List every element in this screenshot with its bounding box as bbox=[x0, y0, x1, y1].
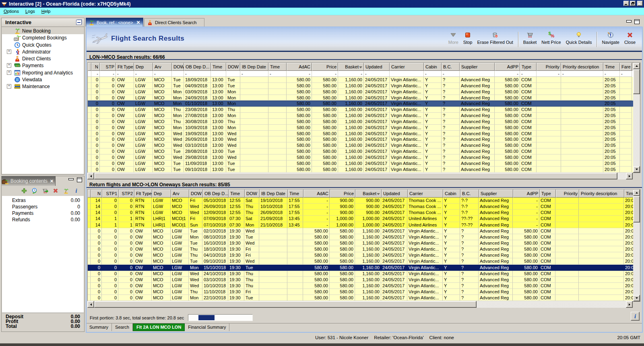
vertical-scroll-thumb[interactable] bbox=[633, 196, 640, 222]
table-row[interactable]: 000OWMCOLGWWed10/10/201819:30Thu580.0058… bbox=[88, 283, 633, 289]
filter-cell[interactable]: - bbox=[268, 71, 287, 77]
scroll-down-icon[interactable] bbox=[633, 166, 640, 173]
scroll-right-icon[interactable] bbox=[626, 173, 633, 179]
filter-cell[interactable]: - bbox=[561, 71, 603, 77]
column-header-basket[interactable]: Basket bbox=[355, 189, 382, 198]
column-header-price[interactable]: Price bbox=[312, 63, 338, 71]
filter-cell[interactable]: - bbox=[520, 71, 537, 77]
more-button[interactable]: More bbox=[446, 31, 461, 45]
tab-close-icon[interactable]: ✕ bbox=[136, 20, 140, 25]
horizontal-scroll-thumb[interactable] bbox=[94, 301, 477, 308]
column-header-stp[interactable]: STP bbox=[100, 63, 116, 71]
filter-cell[interactable]: - bbox=[184, 71, 211, 77]
column-header-b-c[interactable]: B.C. bbox=[442, 63, 460, 71]
table-row[interactable]: 1400RTNLGWMCOFri05/10/201812:55Sat19/10/… bbox=[88, 198, 633, 204]
filter-cell[interactable]: - bbox=[240, 71, 268, 77]
booking-contents-tab[interactable]: Booking contents ✕ bbox=[2, 176, 56, 186]
minimize-button[interactable] bbox=[623, 1, 629, 6]
column-header-price[interactable]: Price bbox=[330, 189, 355, 198]
filter-cell[interactable] bbox=[211, 71, 226, 77]
table-row[interactable]: 000OWMCOLGWWed03/10/201819:30Thu580.0058… bbox=[88, 277, 633, 283]
table-row[interactable]: 000OWMCOLGWTue16/10/201819:30Wed580.0058… bbox=[88, 240, 633, 246]
column-header-time[interactable]: Time bbox=[229, 189, 245, 198]
navigate-button[interactable]: Navigate bbox=[599, 31, 621, 45]
filter-cell[interactable]: - bbox=[116, 71, 134, 77]
sidebar-item-direct-clients[interactable]: Direct Clients bbox=[2, 55, 84, 62]
column-header-dow[interactable]: DOW bbox=[189, 189, 203, 198]
table-row[interactable]: 00OWLGWMCOWed19/09/201813:00Wed580.00580… bbox=[88, 131, 633, 137]
table-row[interactable]: 000OWMCOLGWThu18/10/201819:30Fri580.0058… bbox=[88, 246, 633, 252]
basket-button[interactable]: Basket bbox=[521, 31, 539, 45]
table-row[interactable]: 00OWLGWMCOTue04/09/201813:00Tue580.00580… bbox=[88, 83, 633, 89]
table-row[interactable]: 000OWMCOLGWThu11/10/201819:30Fri580.0058… bbox=[88, 289, 633, 295]
filter-cell[interactable] bbox=[226, 71, 240, 77]
vertical-scroll-thumb[interactable] bbox=[633, 69, 640, 94]
filter-cell[interactable]: - bbox=[364, 71, 390, 77]
column-header-priority[interactable]: Priority bbox=[537, 63, 561, 71]
tab-direct-clients-search[interactable]: Direct Clients Search bbox=[144, 18, 204, 27]
column-header-priority-description[interactable]: Priority description bbox=[561, 63, 603, 71]
column-header-dep[interactable]: Dep bbox=[134, 63, 153, 71]
column-header-time[interactable]: Time bbox=[288, 189, 303, 198]
table-row[interactable]: 000OWMCOLGWMon08/10/201819:30Tue580.0058… bbox=[88, 234, 633, 240]
table-row[interactable]: 000OWMCOLGWMon15/10/201819:30Tue580.0058… bbox=[88, 265, 633, 271]
sidebar-item-payments[interactable]: +Payments bbox=[2, 62, 84, 69]
booking-item-refunds[interactable]: Refunds0.00 bbox=[2, 216, 84, 223]
nett-price-button[interactable]: $%Nett Price bbox=[539, 31, 563, 45]
column-header-basket[interactable]: Basket bbox=[338, 63, 364, 71]
column-header-updated[interactable]: Updated bbox=[382, 189, 408, 198]
column-header-arv[interactable]: Arv bbox=[171, 189, 189, 198]
booking-holiday-button[interactable] bbox=[63, 187, 70, 194]
column-header-ob-dep-d[interactable]: OB Dep D... bbox=[184, 63, 211, 71]
column-header-b-c[interactable]: B.C. bbox=[460, 189, 479, 198]
filter-cell[interactable] bbox=[172, 71, 184, 77]
tab-book-ref-none[interactable]: Book. ref.: <none>✕ bbox=[86, 18, 143, 27]
column-header-flt-type[interactable]: Flt Type bbox=[134, 189, 152, 198]
expand-plus-icon[interactable]: + bbox=[7, 63, 11, 68]
menu-logs[interactable]: Logs bbox=[22, 8, 38, 14]
table-row[interactable]: 1400RTNLGWMCOWed26/09/201812:55Thu10/10/… bbox=[88, 204, 633, 210]
booking-item-payments[interactable]: Payments0.00 bbox=[2, 210, 84, 216]
column-header-flt-type[interactable]: Flt Type bbox=[116, 63, 134, 71]
table-row[interactable]: 00OWLGWMCOTue11/09/201813:00Tue580.00580… bbox=[88, 161, 633, 167]
scroll-up-icon[interactable] bbox=[633, 63, 640, 69]
table-row[interactable]: 00OWLGWMCOWed26/09/201813:00Wed580.00580… bbox=[88, 136, 633, 142]
filter-cell[interactable]: - bbox=[424, 71, 442, 77]
column-header-supplier[interactable]: Supplier bbox=[479, 189, 513, 198]
booking-delete-button[interactable] bbox=[52, 187, 59, 194]
menu-help[interactable]: Help bbox=[38, 8, 54, 14]
scroll-right-icon[interactable] bbox=[626, 301, 633, 308]
column-header-dow[interactable]: DOW bbox=[245, 189, 260, 198]
table-row[interactable]: 00OWLGWMCOMon03/09/201813:00Mon580.00580… bbox=[88, 89, 633, 95]
column-header-adpp[interactable]: AdPP bbox=[513, 189, 540, 198]
sidebar-item-completed-bookings[interactable]: Completed Bookings bbox=[2, 34, 84, 41]
column-header-type[interactable]: Type bbox=[520, 63, 537, 71]
table-row[interactable]: 00OWLGWMCOMon10/09/201813:00Mon580.00580… bbox=[88, 125, 633, 131]
bottom-tab-flt-2a-lon-mco-lon[interactable]: Flt 2A LON MCO LON bbox=[133, 323, 185, 331]
column-header[interactable] bbox=[88, 63, 91, 71]
grid-filter-row[interactable]: -------------------- bbox=[88, 71, 633, 77]
column-header-cabin[interactable]: Cabin bbox=[443, 189, 460, 198]
column-header-dep[interactable]: Dep bbox=[152, 189, 171, 198]
booking-maximize-icon[interactable] bbox=[77, 177, 82, 182]
filter-cell[interactable]: - bbox=[620, 71, 632, 77]
table-row[interactable]: 00OWLGWMCOWed29/08/201813:00Wed580.00580… bbox=[88, 154, 633, 161]
info-button[interactable]: i bbox=[631, 312, 640, 321]
expand-plus-icon[interactable]: + bbox=[7, 84, 11, 89]
table-row[interactable]: 000OWMCOLGWTue02/10/201819:30Wed580.0058… bbox=[88, 228, 633, 234]
table-row[interactable]: 00OWLGWMCOThu30/08/201813:00Thu580.00580… bbox=[88, 119, 633, 125]
scroll-left-icon[interactable] bbox=[87, 301, 94, 308]
column-header-ob-dep-d[interactable]: OB Dep D... bbox=[203, 189, 229, 198]
column-header-fare[interactable]: Fare bbox=[620, 63, 632, 71]
column-header-arv[interactable]: Arv bbox=[153, 63, 172, 71]
column-header-adpp[interactable]: AdPP bbox=[495, 63, 520, 71]
column-header-priority-description[interactable]: Priority description bbox=[579, 189, 624, 198]
column-header-updated[interactable]: Updated bbox=[364, 63, 390, 71]
booking-close-icon[interactable]: ✕ bbox=[50, 179, 54, 184]
booking-minimize-icon[interactable] bbox=[68, 178, 74, 180]
collapse-panel-icon[interactable] bbox=[76, 20, 82, 25]
table-row[interactable]: 000OWMCOLGWMon22/10/201819:30Tue580.0058… bbox=[88, 295, 633, 301]
table-row[interactable]: 1411RTNLHR|1MCO|1Fri07/09/201807:30Sat21… bbox=[88, 216, 633, 222]
table-row[interactable]: 1400RTNLGWMCOWed12/09/201812:55Thu26/09/… bbox=[88, 210, 633, 216]
table-row[interactable]: 00OWLGWMCOMon24/09/201813:00Mon580.00580… bbox=[88, 95, 633, 101]
